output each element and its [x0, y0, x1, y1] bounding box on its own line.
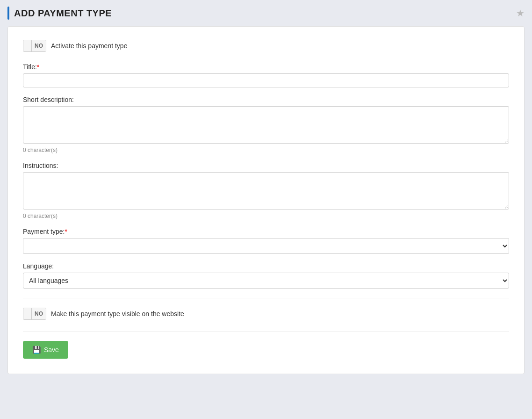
visible-toggle-row: NO Make this payment type visible on the…: [23, 308, 509, 320]
page-title-wrapper: ADD PAYMENT TYPE: [7, 7, 112, 20]
save-button[interactable]: 💾 Save: [23, 341, 68, 359]
language-field-group: Language: All languages: [23, 262, 509, 289]
visible-checkbox[interactable]: [23, 308, 32, 319]
activate-toggle[interactable]: NO: [23, 40, 46, 52]
page-header: ADD PAYMENT TYPE ★: [0, 0, 532, 26]
activate-no-label: NO: [32, 40, 46, 51]
short-description-textarea[interactable]: [23, 106, 509, 144]
visible-toggle[interactable]: NO: [23, 308, 46, 320]
activate-toggle-row: NO Activate this payment type: [23, 40, 509, 52]
activate-checkbox[interactable]: [23, 40, 32, 51]
payment-type-label: Payment type:*: [23, 228, 509, 235]
divider-2: [23, 331, 509, 332]
form-card: NO Activate this payment type Title:* Sh…: [7, 26, 525, 374]
instructions-textarea[interactable]: [23, 172, 509, 210]
title-label: Title:*: [23, 63, 509, 71]
instructions-field-group: Instructions: 0 character(s): [23, 162, 509, 219]
instructions-label: Instructions:: [23, 162, 509, 169]
visible-toggle-description: Make this payment type visible on the we…: [51, 310, 184, 318]
language-select[interactable]: All languages: [23, 273, 509, 289]
title-input[interactable]: [23, 73, 509, 87]
short-description-char-count: 0 character(s): [23, 147, 509, 153]
title-field-group: Title:*: [23, 63, 509, 87]
save-button-label: Save: [44, 346, 59, 354]
instructions-char-count: 0 character(s): [23, 213, 509, 219]
title-required-star: *: [37, 63, 39, 71]
payment-type-field-group: Payment type:*: [23, 228, 509, 254]
language-label: Language:: [23, 262, 509, 270]
payment-type-required-star: *: [65, 228, 67, 235]
visible-no-label: NO: [32, 308, 46, 319]
payment-type-select[interactable]: [23, 238, 509, 254]
save-icon: 💾: [32, 346, 41, 354]
page-title-bar: [7, 7, 9, 20]
activate-toggle-description: Activate this payment type: [51, 42, 127, 50]
short-description-field-group: Short description: 0 character(s): [23, 96, 509, 153]
favorite-star-icon[interactable]: ★: [516, 7, 525, 19]
divider: [23, 298, 509, 298]
page-title: ADD PAYMENT TYPE: [14, 8, 112, 19]
short-description-label: Short description:: [23, 96, 509, 103]
